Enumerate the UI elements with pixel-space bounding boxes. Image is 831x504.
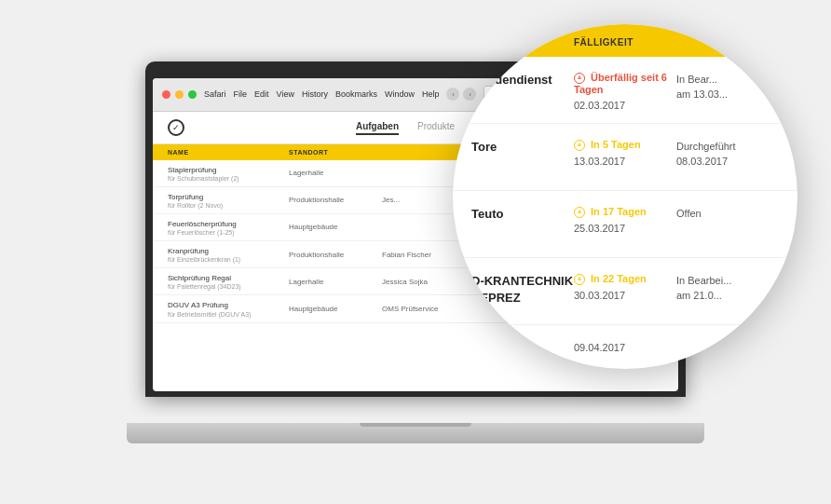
browser-nav: ‹ › [446,88,476,101]
tab-produkte[interactable]: Produkte [417,119,455,135]
col-location: STANDORT [289,149,382,156]
status-later-2: In 22 Tagen [574,273,676,285]
traffic-lights [162,90,197,99]
menu-view[interactable]: View [277,89,294,99]
circle-col-status [676,37,779,48]
status-soon: In 5 Tagen [574,139,676,151]
tab-aufgaben[interactable]: Aufgaben [356,119,399,135]
menu-history[interactable]: History [302,89,328,99]
circle-row-4[interactable]: D-KRANTECHNIK DEPREZ In 22 Tagen 30.03.2… [453,258,797,325]
date-block-5: 09.04.2017 [574,340,676,353]
menu-edit[interactable]: Edit [254,89,269,99]
browser-menu: Safari File Edit View History Bookmarks … [204,89,439,99]
forward-button[interactable]: › [463,88,476,101]
circle-overlay: ...EISTER FÄLLIGKEIT Kundendienst Überfä… [453,24,797,369]
date-block-2: In 5 Tagen 13.03.2017 [574,139,676,167]
date-block-1: Überfällig seit 6 Tagen 02.03.2017 [574,72,676,111]
menu-window[interactable]: Window [385,89,415,99]
circle-col-falligkeit: FÄLLIGKEIT [574,37,676,48]
menu-safari[interactable]: Safari [204,89,226,99]
date-2: 13.03.2017 [574,156,676,167]
laptop-hinge [360,423,471,427]
clock-icon-3 [574,207,585,218]
date-block-3: In 17 Tagen 25.03.2017 [574,206,676,234]
circle-row-3[interactable]: Teuto In 17 Tagen 25.03.2017 Offen [453,191,797,258]
date-5: 09.04.2017 [574,342,676,353]
result-1: In Bear... am 13.03... [676,72,779,102]
clock-icon-2 [574,140,585,151]
result-3: Offen [676,206,779,222]
date-4: 30.03.2017 [574,290,676,301]
circle-col-leister: ...EISTER [471,37,574,48]
app-tabs: Aufgaben Produkte [356,119,455,135]
circle-row-2[interactable]: Tore In 5 Tagen 13.03.2017 Durchgeführt … [453,124,797,191]
status-later: In 17 Tagen [574,206,676,218]
date-3: 25.03.2017 [574,223,676,234]
laptop-base [127,423,704,443]
clock-icon-4 [574,274,585,285]
fullscreen-button[interactable] [188,90,197,99]
close-button[interactable] [162,90,170,99]
menu-bookmarks[interactable]: Bookmarks [335,89,377,99]
minimize-button[interactable] [175,90,184,99]
date-1: 02.03.2017 [574,100,676,111]
col-name: NAME [168,149,289,156]
back-button[interactable]: ‹ [446,88,459,101]
menu-file[interactable]: File [234,89,248,99]
menu-help[interactable]: Help [422,89,440,99]
customer-tore: Tore [471,139,574,156]
circle-content: ...EISTER FÄLLIGKEIT Kundendienst Überfä… [453,24,797,369]
scene: Safari File Edit View History Bookmarks … [15,15,816,490]
result-4: In Bearbei... am 21.0... [676,273,779,304]
result-2: Durchgeführt 08.03.2017 [676,139,779,170]
circle-header: ...EISTER FÄLLIGKEIT [453,24,797,57]
date-block-4: In 22 Tagen 30.03.2017 [574,273,676,301]
app-logo: ✓ [168,119,184,136]
clock-icon-1 [574,73,585,84]
status-overdue: Überfällig seit 6 Tagen [574,72,676,95]
customer-teuto: Teuto [471,206,574,223]
